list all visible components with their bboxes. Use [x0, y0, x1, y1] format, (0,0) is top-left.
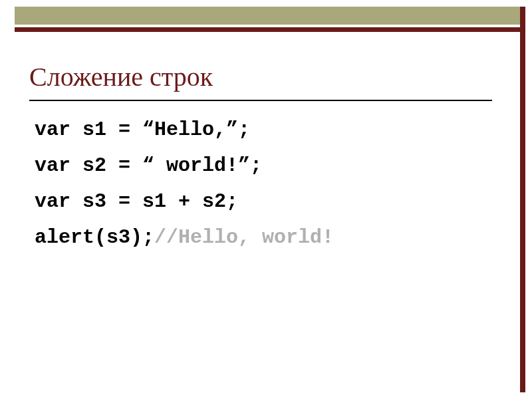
code-line-4-code: alert(s3); [35, 226, 154, 249]
code-line-4: alert(s3);//Hello, world! [35, 219, 492, 255]
title-underline [29, 100, 492, 101]
code-comment: //Hello, world! [154, 226, 334, 249]
slide-top-bar [15, 7, 525, 25]
code-block: var s1 = “Hello,”; var s2 = “ world!”; v… [35, 112, 492, 255]
slide-right-edge [520, 7, 525, 392]
code-line-1: var s1 = “Hello,”; [35, 112, 492, 148]
code-line-2: var s2 = “ world!”; [35, 148, 492, 184]
slide-title: Сложение строк [29, 61, 492, 93]
slide-accent-line [15, 27, 525, 32]
code-line-3: var s3 = s1 + s2; [35, 184, 492, 219]
